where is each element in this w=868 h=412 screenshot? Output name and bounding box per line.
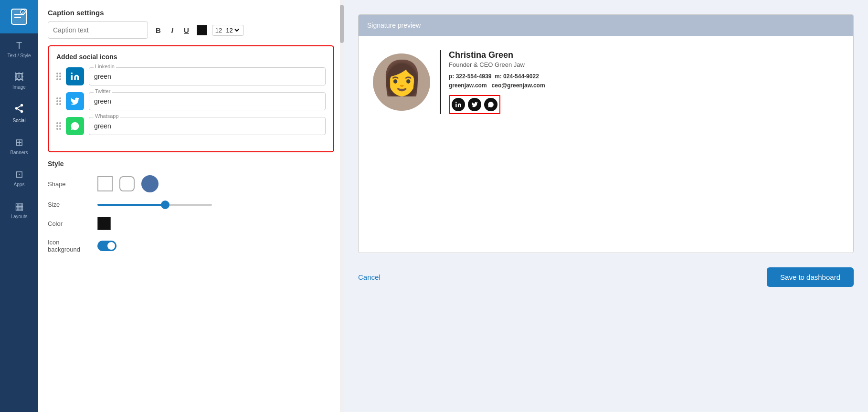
sig-name: Christina Green <box>449 50 839 60</box>
sig-email: ceo@greenjaw.com <box>492 82 545 89</box>
color-row: Color <box>48 217 334 230</box>
svg-point-10 <box>71 73 73 74</box>
text-icon: T <box>16 40 22 51</box>
color-swatch[interactable] <box>97 217 111 230</box>
svg-point-6 <box>15 107 18 110</box>
svg-line-9 <box>18 106 21 108</box>
sidebar-item-label-social: Social <box>12 118 25 123</box>
sidebar-item-label-image: Image <box>12 85 26 90</box>
font-size-value: 12 <box>215 27 222 34</box>
color-label: Color <box>48 220 91 227</box>
drag-handle-twitter[interactable] <box>56 97 61 105</box>
sig-website: greenjaw.com <box>449 82 487 89</box>
sig-linkedin-icon[interactable] <box>452 98 465 111</box>
sidebar-item-label-banners: Banners <box>10 150 28 155</box>
sig-contact: p: 322-554-4939 m: 024-544-9022 greenjaw… <box>449 72 839 90</box>
underline-button[interactable]: U <box>181 24 192 36</box>
caption-input[interactable] <box>48 21 148 39</box>
signature-preview-header: Signature preview <box>359 15 853 36</box>
text-color-picker[interactable] <box>197 25 207 35</box>
svg-rect-2 <box>14 17 21 18</box>
icon-bg-toggle[interactable] <box>97 241 116 251</box>
twitter-icon-button[interactable] <box>66 92 84 110</box>
svg-line-8 <box>18 109 21 111</box>
sidebar: @ T Text / Style 🖼 Image Social ⊞ Banner… <box>0 0 38 412</box>
icon-bg-label: Icon background <box>48 239 91 253</box>
scrollbar-thumb[interactable] <box>340 5 344 43</box>
size-label: Size <box>48 201 91 208</box>
svg-point-7 <box>21 110 23 113</box>
signature-preview-body: Christina Green Founder & CEO Green Jaw … <box>359 36 853 128</box>
social-box: Added social icons Linkedin Twitter <box>48 45 334 152</box>
sidebar-item-apps[interactable]: ⊡ Apps <box>0 162 38 194</box>
sig-info: Christina Green Founder & CEO Green Jaw … <box>440 50 839 114</box>
style-section-title: Style <box>48 160 334 168</box>
footer-row: Cancel Save to dashboard <box>358 267 854 287</box>
signature-preview-card: Signature preview Christina Green Founde… <box>358 14 854 253</box>
cancel-button[interactable]: Cancel <box>358 273 381 281</box>
linkedin-field-wrap: Linkedin <box>89 67 326 85</box>
shape-row: Shape <box>48 175 334 192</box>
bold-button[interactable]: B <box>153 24 164 36</box>
whatsapp-field-label: Whatsapp <box>94 113 120 119</box>
italic-button[interactable]: I <box>169 24 176 36</box>
sig-title: Founder & CEO Green Jaw <box>449 61 839 68</box>
sidebar-item-label-apps: Apps <box>14 182 25 187</box>
twitter-field-wrap: Twitter <box>89 92 326 110</box>
sig-twitter-icon[interactable] <box>468 98 481 111</box>
size-row: Size <box>48 201 334 208</box>
twitter-field-label: Twitter <box>94 88 112 94</box>
social-row-twitter: Twitter <box>56 92 326 110</box>
whatsapp-icon-button[interactable] <box>66 117 84 135</box>
font-size-select[interactable]: 12141618 <box>224 26 241 34</box>
social-row-whatsapp: Whatsapp <box>56 117 326 135</box>
shape-label: Shape <box>48 180 91 188</box>
drag-handle-whatsapp[interactable] <box>56 122 61 130</box>
whatsapp-field-wrap: Whatsapp <box>89 117 326 135</box>
sidebar-item-label-text-style: Text / Style <box>8 53 31 58</box>
apps-icon: ⊡ <box>15 169 23 180</box>
linkedin-field-label: Linkedin <box>94 63 116 69</box>
sidebar-item-image[interactable]: 🖼 Image <box>0 65 38 96</box>
social-box-title: Added social icons <box>56 53 326 61</box>
linkedin-input[interactable] <box>89 67 326 85</box>
image-icon: 🖼 <box>14 72 24 83</box>
svg-text:@: @ <box>22 11 25 14</box>
panel-title: Caption settings <box>38 0 344 21</box>
shape-circle-option[interactable] <box>141 175 159 192</box>
sig-social-icons <box>449 95 500 114</box>
right-panel: Signature preview Christina Green Founde… <box>344 0 868 412</box>
sig-phone: p: 322-554-4939 m: 024-544-9022 <box>449 73 539 80</box>
sidebar-item-layouts[interactable]: ▦ Layouts <box>0 194 38 226</box>
drag-handle-linkedin[interactable] <box>56 73 61 80</box>
social-icon <box>14 103 24 116</box>
style-section: Style Shape Size Color Icon background <box>38 152 344 269</box>
avatar <box>373 53 430 111</box>
icon-bg-row: Icon background <box>48 239 334 253</box>
whatsapp-input[interactable] <box>89 117 326 135</box>
sidebar-item-text-style[interactable]: T Text / Style <box>0 33 38 65</box>
banners-icon: ⊞ <box>15 137 23 148</box>
svg-point-5 <box>21 104 23 107</box>
font-size-wrap: 12 12141618 <box>212 25 244 36</box>
save-button[interactable]: Save to dashboard <box>767 267 854 287</box>
main-panel: Caption settings B I U 12 12141618 Added… <box>38 0 344 412</box>
sidebar-item-label-layouts: Layouts <box>11 214 27 219</box>
caption-row: B I U 12 12141618 <box>38 21 344 45</box>
sidebar-item-banners[interactable]: ⊞ Banners <box>0 130 38 162</box>
svg-point-11 <box>455 102 456 103</box>
social-row-linkedin: Linkedin <box>56 67 326 85</box>
twitter-input[interactable] <box>89 92 326 110</box>
layouts-icon: ▦ <box>15 201 24 212</box>
sig-whatsapp-icon[interactable] <box>484 98 498 111</box>
linkedin-icon-button[interactable] <box>66 67 84 85</box>
sidebar-item-social[interactable]: Social <box>0 96 38 130</box>
scrollbar[interactable] <box>340 0 344 412</box>
shape-rounded-option[interactable] <box>119 176 135 191</box>
shape-square-option[interactable] <box>97 176 113 191</box>
app-logo: @ <box>0 0 38 33</box>
size-slider[interactable] <box>97 204 212 206</box>
